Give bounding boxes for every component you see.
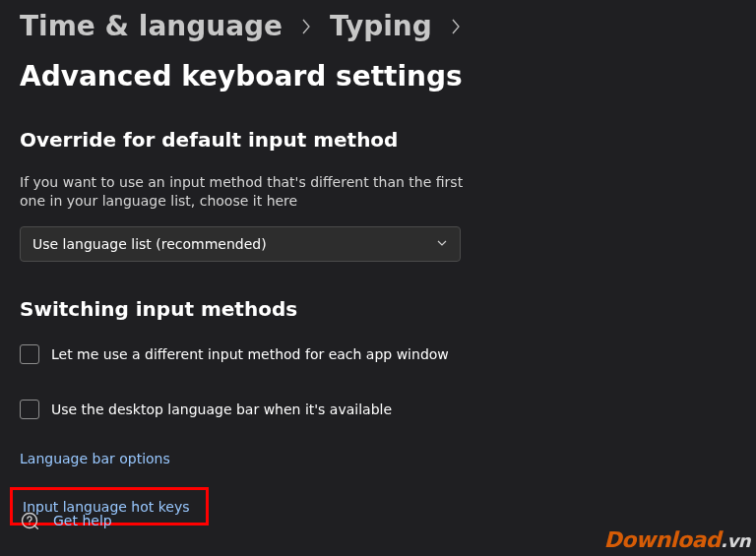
help-icon: [20, 511, 39, 530]
checkbox-per-app-input-method[interactable]: Let me use a different input method for …: [20, 344, 736, 364]
breadcrumb: Time & language Typing Advanced keyboard…: [20, 10, 736, 93]
chevron-right-icon: [300, 17, 312, 36]
checkbox-label: Let me use a different input method for …: [51, 346, 449, 362]
checkbox-icon: [20, 400, 39, 419]
chevron-right-icon: [450, 17, 462, 36]
help-label: Get help: [53, 513, 112, 528]
watermark: Download.vn: [603, 527, 750, 552]
dropdown-default-input-method[interactable]: Use language list (recommended): [20, 226, 461, 262]
heading-override-default-input: Override for default input method: [20, 128, 736, 152]
checkbox-desktop-language-bar[interactable]: Use the desktop language bar when it's a…: [20, 400, 736, 419]
svg-point-1: [29, 524, 30, 525]
link-language-bar-options[interactable]: Language bar options: [20, 451, 170, 466]
watermark-brand: Download: [603, 527, 721, 552]
checkbox-icon: [20, 344, 39, 364]
description-override-default-input: If you want to use an input method that'…: [20, 173, 472, 211]
link-get-help[interactable]: Get help: [20, 511, 112, 530]
checkbox-label: Use the desktop language bar when it's a…: [51, 402, 392, 417]
breadcrumb-item-typing[interactable]: Typing: [330, 10, 432, 42]
page-title: Advanced keyboard settings: [20, 60, 463, 93]
heading-switching-input-methods: Switching input methods: [20, 297, 736, 321]
watermark-tld: .vn: [721, 530, 750, 551]
dropdown-selected-label: Use language list (recommended): [32, 236, 267, 252]
breadcrumb-item-time-language[interactable]: Time & language: [20, 10, 283, 42]
chevron-down-icon: [436, 234, 448, 253]
